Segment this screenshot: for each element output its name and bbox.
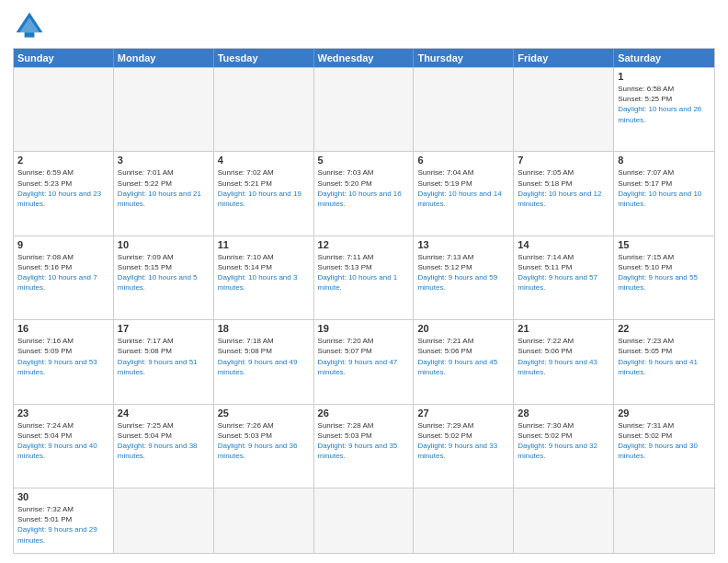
day-number: 14 bbox=[518, 239, 609, 250]
day-number: 24 bbox=[118, 408, 210, 419]
header-day-friday: Friday bbox=[514, 49, 614, 67]
calendar: SundayMondayTuesdayWednesdayThursdayFrid… bbox=[13, 48, 715, 554]
svg-rect-2 bbox=[25, 32, 35, 37]
calendar-body: 1Sunrise: 6:58 AMSunset: 5:25 PMDaylight… bbox=[14, 67, 714, 553]
day-number: 2 bbox=[17, 155, 109, 166]
calendar-cell: 24Sunrise: 7:25 AMSunset: 5:04 PMDayligh… bbox=[114, 405, 214, 488]
cell-info: Sunrise: 7:22 AMSunset: 5:06 PMDaylight:… bbox=[518, 336, 609, 377]
cell-info: Sunrise: 7:18 AMSunset: 5:08 PMDaylight:… bbox=[218, 336, 310, 377]
calendar-cell: 27Sunrise: 7:29 AMSunset: 5:02 PMDayligh… bbox=[414, 405, 514, 488]
calendar-cell: 13Sunrise: 7:13 AMSunset: 5:12 PMDayligh… bbox=[414, 236, 514, 319]
cell-info: Sunrise: 7:08 AMSunset: 5:16 PMDaylight:… bbox=[17, 252, 109, 293]
header-day-monday: Monday bbox=[114, 49, 214, 67]
day-number: 20 bbox=[417, 323, 509, 334]
calendar-cell bbox=[14, 68, 114, 151]
day-number: 1 bbox=[618, 71, 711, 82]
calendar-cell: 12Sunrise: 7:11 AMSunset: 5:13 PMDayligh… bbox=[314, 236, 415, 319]
cell-info: Sunrise: 7:28 AMSunset: 5:03 PMDaylight:… bbox=[318, 420, 410, 462]
cell-info: Sunrise: 7:15 AMSunset: 5:10 PMDaylight:… bbox=[618, 252, 711, 293]
cell-info: Sunrise: 7:17 AMSunset: 5:08 PMDaylight:… bbox=[118, 336, 210, 377]
calendar-cell: 8Sunrise: 7:07 AMSunset: 5:17 PMDaylight… bbox=[614, 152, 714, 235]
cell-info: Sunrise: 7:03 AMSunset: 5:20 PMDaylight:… bbox=[318, 167, 410, 209]
calendar-cell: 4Sunrise: 7:02 AMSunset: 5:21 PMDaylight… bbox=[214, 152, 314, 235]
calendar-week-1: 1Sunrise: 6:58 AMSunset: 5:25 PMDaylight… bbox=[14, 67, 714, 151]
calendar-cell: 14Sunrise: 7:14 AMSunset: 5:11 PMDayligh… bbox=[514, 236, 614, 319]
page: SundayMondayTuesdayWednesdayThursdayFrid… bbox=[0, 0, 728, 563]
cell-info: Sunrise: 7:24 AMSunset: 5:04 PMDaylight:… bbox=[17, 420, 109, 462]
calendar-week-6: 30Sunrise: 7:32 AMSunset: 5:01 PMDayligh… bbox=[14, 488, 714, 553]
header-day-sunday: Sunday bbox=[14, 49, 114, 67]
calendar-cell: 6Sunrise: 7:04 AMSunset: 5:19 PMDaylight… bbox=[414, 152, 514, 235]
calendar-cell: 19Sunrise: 7:20 AMSunset: 5:07 PMDayligh… bbox=[314, 320, 415, 403]
cell-info: Sunrise: 7:30 AMSunset: 5:02 PMDaylight:… bbox=[518, 420, 609, 462]
calendar-cell: 2Sunrise: 6:59 AMSunset: 5:23 PMDaylight… bbox=[14, 152, 114, 235]
logo-icon bbox=[13, 9, 46, 42]
calendar-cell: 9Sunrise: 7:08 AMSunset: 5:16 PMDaylight… bbox=[14, 236, 114, 319]
day-number: 4 bbox=[218, 155, 310, 166]
cell-info: Sunrise: 7:32 AMSunset: 5:01 PMDaylight:… bbox=[17, 504, 109, 546]
cell-info: Sunrise: 7:26 AMSunset: 5:03 PMDaylight:… bbox=[218, 420, 310, 462]
day-number: 8 bbox=[618, 155, 711, 166]
day-number: 3 bbox=[118, 155, 210, 166]
cell-info: Sunrise: 7:01 AMSunset: 5:22 PMDaylight:… bbox=[118, 167, 210, 209]
day-number: 15 bbox=[618, 239, 711, 250]
cell-info: Sunrise: 7:07 AMSunset: 5:17 PMDaylight:… bbox=[618, 167, 711, 209]
calendar-cell: 25Sunrise: 7:26 AMSunset: 5:03 PMDayligh… bbox=[214, 405, 314, 488]
day-number: 7 bbox=[518, 155, 609, 166]
cell-info: Sunrise: 7:13 AMSunset: 5:12 PMDaylight:… bbox=[417, 252, 509, 293]
header-day-wednesday: Wednesday bbox=[314, 49, 415, 67]
day-number: 21 bbox=[518, 323, 609, 334]
calendar-cell: 18Sunrise: 7:18 AMSunset: 5:08 PMDayligh… bbox=[214, 320, 314, 403]
day-number: 10 bbox=[118, 239, 210, 250]
cell-info: Sunrise: 7:09 AMSunset: 5:15 PMDaylight:… bbox=[118, 252, 210, 293]
calendar-cell bbox=[414, 488, 514, 553]
header bbox=[13, 9, 715, 42]
day-number: 12 bbox=[318, 239, 410, 250]
day-number: 17 bbox=[118, 323, 210, 334]
cell-info: Sunrise: 7:16 AMSunset: 5:09 PMDaylight:… bbox=[17, 336, 109, 377]
cell-info: Sunrise: 7:11 AMSunset: 5:13 PMDaylight:… bbox=[318, 252, 410, 293]
header-day-tuesday: Tuesday bbox=[214, 49, 314, 67]
cell-info: Sunrise: 7:14 AMSunset: 5:11 PMDaylight:… bbox=[518, 252, 609, 293]
cell-info: Sunrise: 6:58 AMSunset: 5:25 PMDaylight:… bbox=[618, 84, 711, 125]
calendar-week-2: 2Sunrise: 6:59 AMSunset: 5:23 PMDaylight… bbox=[14, 151, 714, 235]
cell-info: Sunrise: 7:23 AMSunset: 5:05 PMDaylight:… bbox=[618, 336, 711, 377]
day-number: 19 bbox=[318, 323, 410, 334]
calendar-cell bbox=[414, 68, 514, 151]
day-number: 11 bbox=[218, 239, 310, 250]
day-number: 16 bbox=[17, 323, 109, 334]
calendar-header: SundayMondayTuesdayWednesdayThursdayFrid… bbox=[14, 49, 714, 67]
day-number: 29 bbox=[618, 408, 711, 419]
calendar-cell: 23Sunrise: 7:24 AMSunset: 5:04 PMDayligh… bbox=[14, 405, 114, 488]
day-number: 13 bbox=[417, 239, 509, 250]
day-number: 5 bbox=[318, 155, 410, 166]
calendar-cell: 15Sunrise: 7:15 AMSunset: 5:10 PMDayligh… bbox=[614, 236, 714, 319]
calendar-week-5: 23Sunrise: 7:24 AMSunset: 5:04 PMDayligh… bbox=[14, 404, 714, 488]
calendar-cell: 21Sunrise: 7:22 AMSunset: 5:06 PMDayligh… bbox=[514, 320, 614, 403]
calendar-cell: 5Sunrise: 7:03 AMSunset: 5:20 PMDaylight… bbox=[314, 152, 415, 235]
calendar-cell: 17Sunrise: 7:17 AMSunset: 5:08 PMDayligh… bbox=[114, 320, 214, 403]
cell-info: Sunrise: 7:05 AMSunset: 5:18 PMDaylight:… bbox=[518, 167, 609, 209]
calendar-cell bbox=[114, 488, 214, 553]
cell-info: Sunrise: 7:29 AMSunset: 5:02 PMDaylight:… bbox=[417, 420, 509, 462]
cell-info: Sunrise: 7:10 AMSunset: 5:14 PMDaylight:… bbox=[218, 252, 310, 293]
calendar-cell bbox=[314, 68, 415, 151]
calendar-cell: 22Sunrise: 7:23 AMSunset: 5:05 PMDayligh… bbox=[614, 320, 714, 403]
day-number: 23 bbox=[17, 408, 109, 419]
calendar-cell: 11Sunrise: 7:10 AMSunset: 5:14 PMDayligh… bbox=[214, 236, 314, 319]
calendar-cell: 20Sunrise: 7:21 AMSunset: 5:06 PMDayligh… bbox=[414, 320, 514, 403]
calendar-cell bbox=[314, 488, 415, 553]
calendar-cell: 28Sunrise: 7:30 AMSunset: 5:02 PMDayligh… bbox=[514, 405, 614, 488]
day-number: 26 bbox=[318, 408, 410, 419]
calendar-cell: 29Sunrise: 7:31 AMSunset: 5:02 PMDayligh… bbox=[614, 405, 714, 488]
day-number: 25 bbox=[218, 408, 310, 419]
day-number: 30 bbox=[17, 491, 109, 502]
header-day-thursday: Thursday bbox=[414, 49, 514, 67]
cell-info: Sunrise: 7:20 AMSunset: 5:07 PMDaylight:… bbox=[318, 336, 410, 377]
calendar-week-3: 9Sunrise: 7:08 AMSunset: 5:16 PMDaylight… bbox=[14, 236, 714, 319]
header-day-saturday: Saturday bbox=[614, 49, 714, 67]
day-number: 6 bbox=[417, 155, 509, 166]
calendar-cell: 30Sunrise: 7:32 AMSunset: 5:01 PMDayligh… bbox=[14, 488, 114, 553]
calendar-cell bbox=[514, 488, 614, 553]
calendar-cell bbox=[214, 68, 314, 151]
